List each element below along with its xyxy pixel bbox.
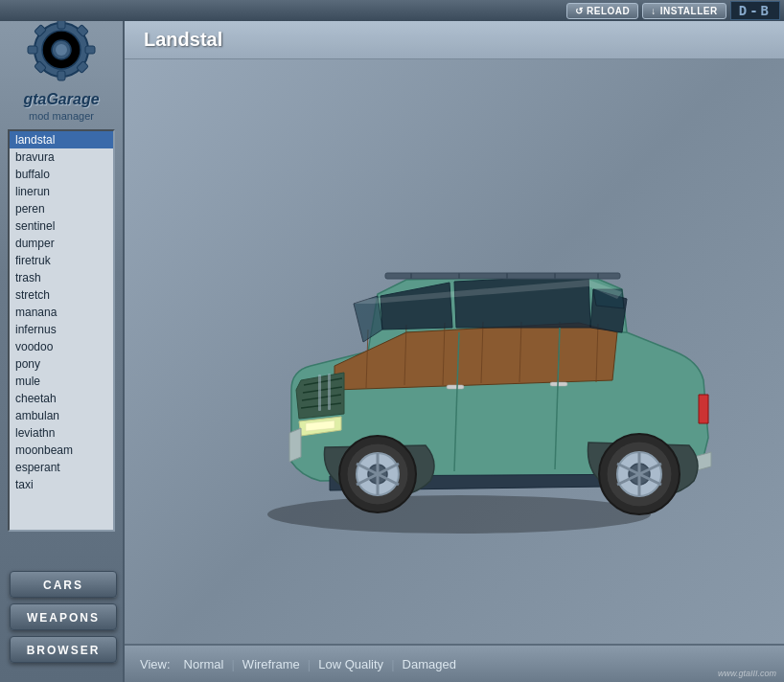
svg-point-12 (267, 495, 651, 534)
vehicle-title: Landstal (144, 29, 222, 51)
vehicle-list-item-esperant[interactable]: esperant (10, 459, 113, 476)
nav-button-weapons[interactable]: WEAPONS (10, 603, 117, 630)
vehicle-list-item-ambulan[interactable]: ambulan (10, 407, 113, 424)
vehicle-list-item-linerun[interactable]: linerun (10, 183, 113, 200)
car-svg-container (176, 141, 732, 562)
svg-rect-50 (385, 273, 620, 279)
view-label: View: (140, 657, 171, 671)
car-model-svg (176, 141, 732, 562)
view-option-normal[interactable]: Normal (176, 657, 232, 671)
vehicle-list-item-landstal[interactable]: landstal (10, 131, 113, 148)
logo-icon (18, 10, 104, 86)
svg-point-11 (56, 44, 67, 56)
app-subtitle: mod manager (29, 110, 94, 122)
nav-button-browser[interactable]: BROWSER (10, 636, 117, 663)
nav-buttons: CARSWEAPONSBROWSER (10, 571, 117, 663)
vehicle-list[interactable]: landstalbravurabuffalolinerunperensentin… (8, 129, 115, 532)
installer-button[interactable]: ↓ INSTALLER (642, 3, 726, 19)
svg-rect-5 (28, 46, 37, 54)
app-name: gtaGarage (23, 91, 99, 108)
vehicle-list-item-firetruk[interactable]: firetruk (10, 252, 113, 269)
reload-icon: ↺ (575, 6, 584, 16)
car-display (125, 59, 784, 644)
vehicle-list-item-voodoo[interactable]: voodoo (10, 338, 113, 355)
logo-container (18, 10, 104, 91)
vehicle-list-item-taxi[interactable]: taxi (10, 476, 113, 493)
vehicle-list-item-moonbeam[interactable]: moonbeam (10, 442, 113, 459)
view-bar: View: Normal | Wireframe | Low Quality |… (125, 644, 784, 682)
vehicle-list-item-mule[interactable]: mule (10, 373, 113, 390)
vehicle-list-item-stretch[interactable]: stretch (10, 286, 113, 304)
counter-display: D-B (730, 1, 780, 20)
view-option-low-quality[interactable]: Low Quality (311, 657, 391, 671)
vehicle-list-item-pony[interactable]: pony (10, 355, 113, 373)
watermark: www.gtaIII.com (718, 669, 776, 678)
svg-rect-47 (550, 382, 567, 386)
view-option-wireframe[interactable]: Wireframe (235, 657, 308, 671)
vehicle-list-item-manana[interactable]: manana (10, 304, 113, 321)
svg-rect-6 (85, 46, 95, 54)
vehicle-list-item-trash[interactable]: trash (10, 269, 113, 286)
nav-button-cars[interactable]: CARS (10, 571, 117, 598)
vehicle-list-item-buffalo[interactable]: buffalo (10, 166, 113, 183)
main-content: Landstal (125, 21, 784, 682)
vehicle-list-item-bravura[interactable]: bravura (10, 148, 113, 166)
svg-rect-46 (447, 385, 464, 389)
vehicle-list-item-leviathn[interactable]: leviathn (10, 424, 113, 442)
vehicle-title-bar: Landstal (125, 21, 784, 59)
view-option-damaged[interactable]: Damaged (395, 657, 464, 671)
svg-rect-4 (58, 71, 65, 80)
vehicle-list-item-peren[interactable]: peren (10, 200, 113, 217)
installer-icon: ↓ (651, 6, 657, 16)
reload-button[interactable]: ↺ RELOAD (566, 3, 639, 19)
vehicle-list-item-sentinel[interactable]: sentinel (10, 217, 113, 235)
svg-rect-25 (328, 374, 331, 410)
svg-rect-24 (318, 375, 321, 411)
vehicle-list-item-infernus[interactable]: infernus (10, 321, 113, 338)
vehicle-list-item-cheetah[interactable]: cheetah (10, 390, 113, 407)
vehicle-list-item-dumper[interactable]: dumper (10, 235, 113, 252)
top-bar: ↺ RELOAD ↓ INSTALLER D-B (0, 0, 784, 21)
